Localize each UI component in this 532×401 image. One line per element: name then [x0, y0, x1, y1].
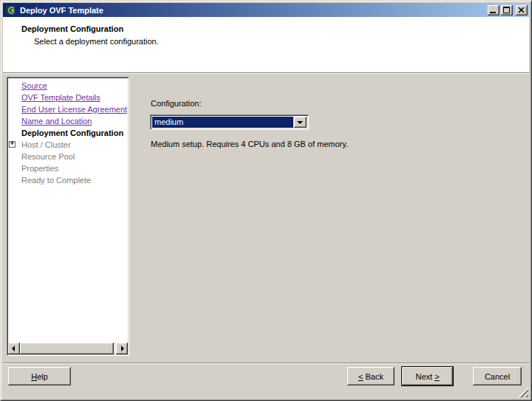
- titlebar[interactable]: Deploy OVF Template: [3, 3, 529, 17]
- close-icon: [518, 7, 525, 13]
- scrollbar-thumb[interactable]: [20, 343, 114, 354]
- sidebar-item-deployment-configuration: Deployment Configuration: [8, 127, 128, 139]
- button-label: Next >: [415, 372, 439, 381]
- scroll-left-icon: [12, 346, 15, 352]
- minimize-icon: [490, 12, 496, 13]
- sidebar-item-end-user-license-agreement[interactable]: End User License Agreement: [8, 103, 128, 115]
- sidebar-horizontal-scrollbar[interactable]: [8, 343, 128, 354]
- scroll-left-button[interactable]: [8, 343, 20, 354]
- sidebar-item-resource-pool: Resource Pool: [8, 151, 128, 162]
- resize-grip[interactable]: [517, 386, 528, 397]
- next-button[interactable]: Next >: [401, 366, 454, 386]
- back-button[interactable]: < Back: [347, 367, 395, 385]
- sidebar-item-ready-to-complete: Ready to Complete: [8, 174, 128, 186]
- label-text: elp: [37, 372, 48, 381]
- label-text: Back: [363, 372, 383, 381]
- page-subtitle: Select a deployment configuration.: [34, 37, 159, 46]
- sidebar-item-label: Host / Cluster: [21, 140, 71, 149]
- wizard-steps-list: Source OVF Template Details End User Lic…: [8, 80, 128, 186]
- wizard-header: Deployment Configuration Select a deploy…: [3, 17, 529, 72]
- footer-divider: [3, 363, 529, 364]
- configuration-label: Configuration:: [151, 99, 202, 108]
- label-accelerator: H: [31, 372, 37, 381]
- configuration-select[interactable]: medium: [150, 114, 309, 130]
- window-title: Deploy OVF Template: [20, 6, 488, 15]
- sidebar-item-host-cluster: + Host / Cluster: [8, 139, 128, 151]
- maximize-icon: [503, 7, 510, 13]
- header-divider: [3, 72, 529, 74]
- sidebar-item-source[interactable]: Source: [8, 80, 128, 92]
- configuration-description: Medium setup. Requires 4 CPUs and 8 GB o…: [151, 140, 348, 148]
- scroll-right-icon: [121, 346, 124, 352]
- help-button[interactable]: Help: [8, 367, 71, 385]
- label-accelerator: >: [434, 372, 439, 381]
- label-text: Cancel: [485, 372, 510, 381]
- close-button[interactable]: [516, 5, 528, 16]
- button-label: Help: [31, 372, 48, 381]
- maximize-button[interactable]: [501, 5, 513, 16]
- sidebar-item-name-and-location[interactable]: Name and Location: [8, 115, 128, 127]
- configuration-selected-value: medium: [152, 117, 293, 128]
- scroll-right-button[interactable]: [116, 343, 128, 354]
- app-icon: [5, 4, 17, 16]
- page-title: Deployment Configuration: [21, 24, 123, 33]
- dropdown-button[interactable]: [294, 117, 307, 128]
- window-controls: [488, 5, 528, 16]
- wizard-steps-sidebar: Source OVF Template Details End User Lic…: [7, 77, 129, 356]
- button-label: < Back: [358, 372, 383, 381]
- sidebar-item-ovf-template-details[interactable]: OVF Template Details: [8, 92, 128, 103]
- sidebar-item-properties: Properties: [8, 162, 128, 174]
- label-text: Next: [415, 372, 434, 381]
- expand-icon: +: [9, 141, 16, 148]
- cancel-button[interactable]: Cancel: [473, 367, 522, 385]
- button-label: Cancel: [485, 372, 510, 381]
- minimize-button[interactable]: [488, 5, 499, 16]
- chevron-down-icon: [297, 121, 303, 124]
- deploy-ovf-template-dialog: Deploy OVF Template Deployment Configura…: [0, 0, 532, 401]
